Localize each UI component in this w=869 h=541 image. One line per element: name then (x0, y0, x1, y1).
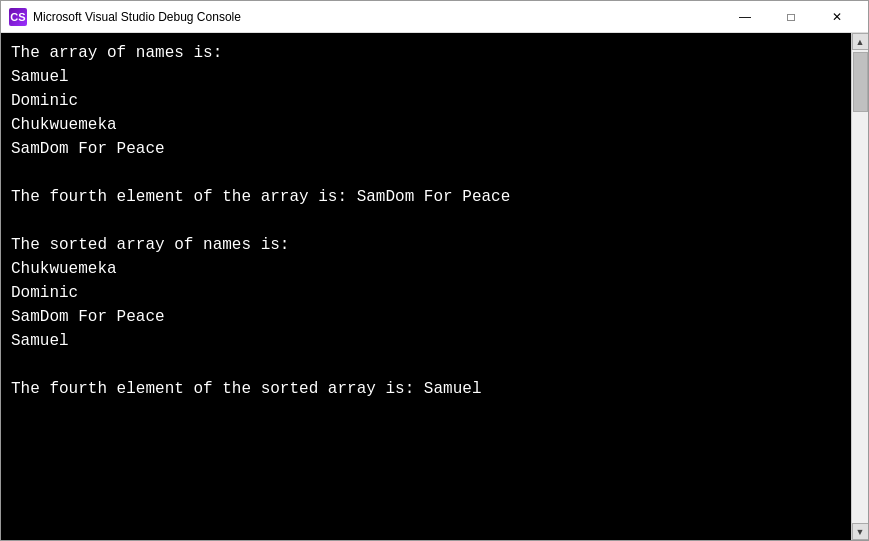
scrollbar: ▲ ▼ (851, 33, 868, 540)
scroll-down-button[interactable]: ▼ (852, 523, 869, 540)
app-icon: CS (9, 8, 27, 26)
scroll-up-button[interactable]: ▲ (852, 33, 869, 50)
scrollbar-track[interactable] (852, 50, 868, 523)
close-button[interactable]: ✕ (814, 1, 860, 33)
scrollbar-thumb[interactable] (853, 52, 868, 112)
minimize-button[interactable]: — (722, 1, 768, 33)
title-bar: CS Microsoft Visual Studio Debug Console… (1, 1, 868, 33)
main-window: CS Microsoft Visual Studio Debug Console… (0, 0, 869, 541)
window-controls: — □ ✕ (722, 1, 860, 33)
maximize-button[interactable]: □ (768, 1, 814, 33)
window-title: Microsoft Visual Studio Debug Console (33, 10, 722, 24)
console-output: The array of names is: Samuel Dominic Ch… (1, 33, 851, 540)
console-area: The array of names is: Samuel Dominic Ch… (1, 33, 868, 540)
